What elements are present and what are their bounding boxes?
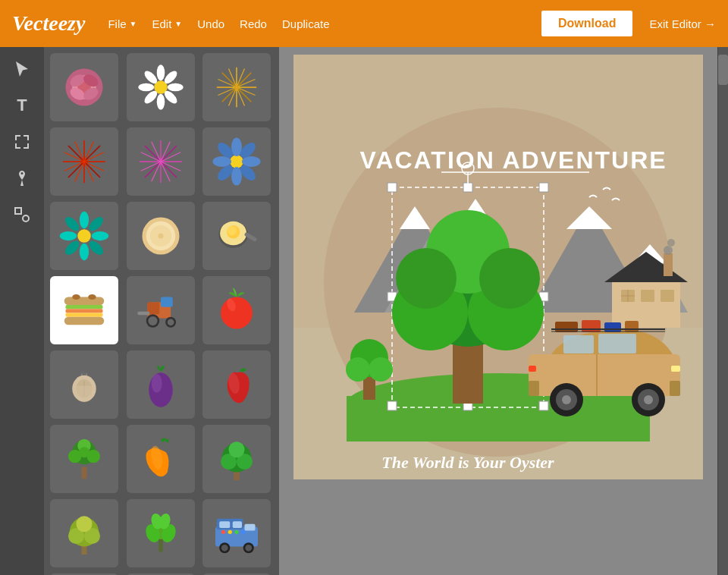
logo: Vecteezy (12, 11, 85, 36)
list-item[interactable] (127, 127, 195, 196)
garlic-icon (58, 358, 111, 411)
eggplant-icon (134, 358, 187, 411)
svg-rect-131 (82, 545, 87, 555)
pen-tool[interactable] (6, 162, 38, 194)
vacation-scene: VACATION ADVENTURE (293, 55, 703, 479)
list-item[interactable] (202, 127, 271, 196)
svg-line-64 (140, 162, 160, 171)
svg-rect-99 (66, 313, 103, 317)
exit-editor-button[interactable]: Exit Editor → (649, 17, 716, 30)
svg-point-225 (396, 248, 457, 309)
svg-line-26 (237, 87, 251, 102)
svg-rect-220 (453, 343, 483, 404)
svg-point-153 (235, 530, 239, 534)
nav-file[interactable]: File ▼ (108, 17, 136, 30)
file-chevron: ▼ (130, 20, 137, 28)
list-item[interactable] (50, 127, 118, 196)
svg-rect-199 (641, 290, 654, 302)
svg-rect-248 (670, 381, 680, 396)
svg-point-152 (228, 530, 232, 534)
select-tool[interactable] (6, 53, 38, 85)
list-item[interactable] (202, 276, 271, 344)
svg-point-84 (86, 215, 105, 234)
green-tree-icon (210, 432, 263, 485)
canvas-area: VACATION ADVENTURE (279, 47, 717, 575)
text-tool[interactable]: T (6, 90, 38, 121)
list-item[interactable] (127, 425, 195, 493)
list-item[interactable] (202, 499, 271, 567)
list-item[interactable] (127, 53, 195, 121)
canvas[interactable]: VACATION ADVENTURE (293, 55, 703, 479)
list-item[interactable] (202, 350, 271, 419)
svg-rect-208 (388, 183, 397, 192)
svg-rect-0 (15, 208, 21, 214)
svg-rect-195 (664, 253, 673, 276)
sandwich-icon (58, 284, 111, 337)
fireworks-red-icon (58, 135, 111, 188)
svg-text:VACATION ADVENTURE: VACATION ADVENTURE (359, 146, 667, 174)
list-item[interactable] (50, 53, 118, 121)
svg-point-245 (644, 395, 653, 404)
download-button[interactable]: Download (540, 9, 634, 38)
svg-point-83 (63, 215, 82, 234)
svg-rect-97 (66, 305, 103, 309)
svg-rect-150 (245, 524, 256, 531)
svg-rect-98 (66, 309, 103, 313)
list-item[interactable] (127, 499, 195, 567)
svg-point-196 (664, 246, 673, 255)
svg-point-149 (246, 545, 253, 551)
list-item[interactable] (202, 53, 271, 121)
transform-tool[interactable] (6, 126, 38, 158)
svg-rect-193 (612, 278, 680, 328)
list-item[interactable] (202, 202, 271, 270)
edit-chevron: ▼ (174, 20, 182, 28)
svg-point-72 (213, 156, 232, 167)
svg-line-40 (68, 146, 84, 162)
header: Vecteezy File ▼ Edit ▼ Undo Redo Duplica… (0, 0, 728, 47)
svg-point-73 (242, 156, 261, 167)
nav-edit[interactable]: Edit ▼ (152, 17, 182, 30)
svg-point-69 (231, 155, 244, 168)
svg-rect-200 (661, 290, 674, 302)
tomato-icon (210, 284, 263, 337)
list-item[interactable] (50, 202, 118, 270)
list-item[interactable] (202, 425, 271, 493)
tractor-icon (134, 284, 187, 337)
list-item[interactable] (50, 425, 118, 493)
svg-point-107 (148, 316, 157, 325)
svg-point-230 (369, 357, 393, 382)
svg-line-59 (145, 162, 161, 178)
svg-point-86 (86, 238, 105, 257)
svg-point-94 (228, 226, 237, 235)
svg-line-65 (151, 162, 160, 181)
list-item[interactable] (50, 350, 118, 419)
list-item[interactable] (50, 276, 118, 344)
herbs-icon (134, 507, 187, 560)
svg-rect-144 (220, 521, 231, 528)
svg-line-46 (64, 152, 84, 162)
svg-point-79 (80, 212, 89, 229)
svg-rect-209 (539, 183, 548, 192)
right-scrollbar[interactable] (717, 47, 728, 575)
cursor-icon (13, 60, 31, 78)
yellow-tree-icon (58, 507, 111, 560)
svg-rect-211 (539, 401, 548, 410)
svg-line-44 (75, 142, 84, 162)
list-item[interactable] (50, 499, 118, 567)
list-item[interactable] (127, 202, 195, 270)
list-item[interactable] (127, 276, 195, 344)
svg-text:The World is Your Oyster: The World is Your Oyster (381, 453, 554, 472)
svg-rect-110 (137, 312, 149, 315)
nav-duplicate[interactable]: Duplicate (282, 17, 330, 30)
svg-point-71 (231, 167, 242, 186)
main-content: T (0, 47, 728, 575)
svg-point-147 (221, 545, 228, 551)
list-item[interactable] (127, 350, 195, 419)
fireworks-gold-icon (210, 61, 263, 114)
nav-redo[interactable]: Redo (240, 17, 267, 30)
svg-line-58 (161, 146, 177, 162)
nav-undo[interactable]: Undo (197, 17, 224, 30)
svg-point-111 (221, 297, 253, 329)
shape-tool[interactable] (6, 199, 38, 231)
svg-rect-236 (604, 322, 621, 332)
